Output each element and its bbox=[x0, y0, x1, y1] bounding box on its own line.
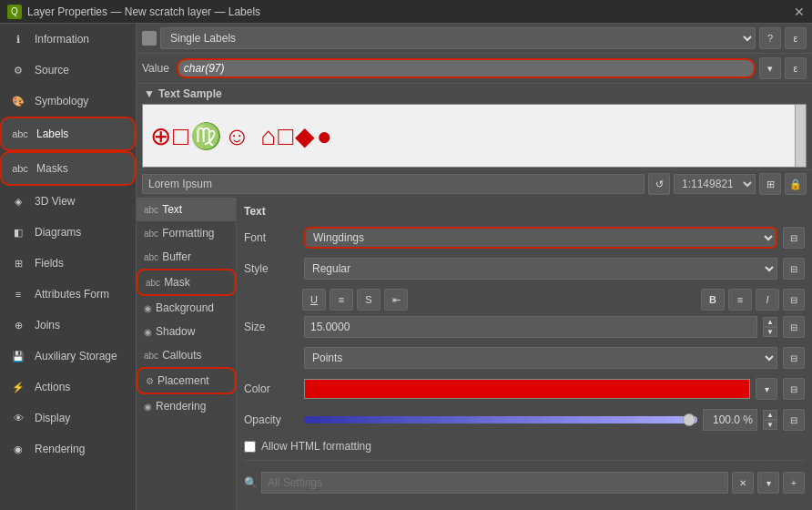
color-picker[interactable] bbox=[304, 379, 750, 399]
opacity-spinner[interactable]: ▲ ▼ bbox=[763, 410, 777, 430]
underline-btn[interactable]: U bbox=[302, 289, 326, 311]
sidebar-item-3dview[interactable]: ◈ 3D View bbox=[0, 186, 136, 217]
sub-menu-item-rendering[interactable]: ◉ Rendering bbox=[137, 394, 236, 418]
sidebar-label-fields: Fields bbox=[35, 257, 64, 270]
lorem-input[interactable] bbox=[142, 174, 645, 194]
opacity-thumb[interactable] bbox=[683, 413, 695, 426]
sidebar-item-actions[interactable]: ⚡ Actions bbox=[0, 372, 136, 403]
sidebar-label-display: Display bbox=[35, 412, 70, 424]
opacity-input[interactable] bbox=[703, 409, 757, 431]
sidebar-item-fields[interactable]: ⊞ Fields bbox=[0, 248, 136, 279]
unit-select[interactable]: Points Pixels Millimeters bbox=[304, 347, 777, 369]
color-override-btn[interactable]: ⊟ bbox=[783, 378, 805, 400]
sub-label-text: Text bbox=[162, 203, 182, 216]
search-clear-btn[interactable]: ✕ bbox=[732, 472, 754, 494]
sub-icon-shadow: ◉ bbox=[144, 327, 152, 337]
sidebar-label-rendering: Rendering bbox=[35, 443, 85, 455]
size-override-btn[interactable]: ⊟ bbox=[783, 316, 805, 338]
style-override-btn[interactable]: ⊟ bbox=[783, 258, 805, 280]
opacity-label: Opacity bbox=[244, 413, 299, 426]
sidebar-item-diagrams[interactable]: ◧ Diagrams bbox=[0, 217, 136, 248]
sidebar-label-diagrams: Diagrams bbox=[35, 226, 81, 239]
font-select[interactable]: Wingdings bbox=[304, 227, 777, 249]
sidebar-icon-rendering: ◉ bbox=[9, 440, 27, 458]
sidebar-label-3dview: 3D View bbox=[35, 195, 75, 208]
sub-menu-item-placement[interactable]: ⚙ Placement bbox=[137, 367, 236, 394]
sub-menu-item-text[interactable]: abc Text bbox=[137, 198, 236, 221]
text-override-btn[interactable]: ⊟ bbox=[783, 289, 805, 311]
preview-scrollbar[interactable] bbox=[795, 105, 806, 167]
search-input[interactable] bbox=[261, 472, 728, 494]
sidebar-label-masks: Masks bbox=[36, 162, 68, 175]
sidebar-item-auxiliary-storage[interactable]: 💾 Auxiliary Storage bbox=[0, 341, 136, 372]
size-input[interactable] bbox=[304, 316, 757, 338]
font-label: Font bbox=[244, 231, 299, 244]
sidebar-label-auxiliary-storage: Auxiliary Storage bbox=[35, 350, 117, 362]
window-title: Layer Properties — New scratch layer — L… bbox=[27, 5, 260, 18]
titlebar: Q Layer Properties — New scratch layer —… bbox=[0, 0, 812, 24]
align-btn[interactable]: ≡ bbox=[330, 289, 353, 311]
spin-up[interactable]: ▲ bbox=[763, 317, 777, 327]
scale-select[interactable]: 1:1149821 bbox=[674, 174, 756, 194]
sub-menu-item-formatting[interactable]: abc Formatting bbox=[137, 221, 236, 245]
label-mode-select[interactable]: Single Labels bbox=[160, 27, 756, 49]
opacity-override-btn[interactable]: ⊟ bbox=[783, 409, 805, 431]
sidebar-item-joins[interactable]: ⊕ Joins bbox=[0, 310, 136, 341]
close-button[interactable]: ✕ bbox=[794, 5, 805, 19]
sub-label-buffer: Buffer bbox=[162, 250, 191, 263]
view-btn[interactable]: ⊞ bbox=[759, 173, 781, 195]
sidebar-item-labels[interactable]: abc Labels bbox=[0, 117, 136, 151]
sidebar-icon-labels: abc bbox=[11, 125, 29, 143]
indent-btn[interactable]: ⇤ bbox=[384, 289, 408, 311]
sub-icon-placement: ⚙ bbox=[146, 376, 154, 386]
size-spinner[interactable]: ▲ ▼ bbox=[763, 317, 777, 337]
sidebar-item-display[interactable]: 👁 Display bbox=[0, 403, 136, 434]
font-override-btn[interactable]: ⊟ bbox=[783, 227, 805, 249]
value-dropdown-btn[interactable]: ▾ bbox=[759, 57, 781, 79]
refresh-btn[interactable]: ↺ bbox=[648, 173, 670, 195]
sub-icon-mask: abc bbox=[146, 278, 160, 288]
sidebar-icon-joins: ⊕ bbox=[9, 316, 27, 334]
value-input[interactable] bbox=[177, 58, 756, 78]
expression-btn[interactable]: ε bbox=[785, 57, 807, 79]
search-dropdown-btn[interactable]: ▾ bbox=[757, 472, 779, 494]
sub-label-shadow: Shadow bbox=[156, 325, 195, 338]
text-sample-title: Text Sample bbox=[158, 87, 222, 100]
style-select[interactable]: Regular Bold Italic bbox=[304, 258, 777, 280]
sidebar-label-symbology: Symbology bbox=[35, 95, 88, 107]
unit-row: Points Pixels Millimeters ⊟ bbox=[244, 347, 805, 369]
sidebar-icon-source: ⚙ bbox=[9, 61, 27, 79]
sub-menu-item-buffer[interactable]: abc Buffer bbox=[137, 245, 236, 269]
opacity-spin-up[interactable]: ▲ bbox=[763, 410, 777, 420]
sidebar-icon-diagrams: ◧ bbox=[9, 223, 27, 241]
font-row: Font Wingdings ⊟ bbox=[244, 227, 805, 249]
sidebar-item-source[interactable]: ⚙ Source bbox=[0, 55, 136, 86]
spin-down[interactable]: ▼ bbox=[763, 327, 777, 337]
bold-btn[interactable]: B bbox=[701, 289, 725, 311]
right-align-btn[interactable]: ≡ bbox=[728, 289, 752, 311]
strikethrough-btn[interactable]: S bbox=[357, 289, 381, 311]
section-title: Text bbox=[244, 205, 805, 218]
help-button[interactable]: ? bbox=[759, 27, 781, 49]
italic-btn[interactable]: I bbox=[756, 289, 779, 311]
sub-menu-item-shadow[interactable]: ◉ Shadow bbox=[137, 320, 236, 343]
search-add-btn[interactable]: + bbox=[783, 472, 805, 494]
html-checkbox[interactable] bbox=[244, 441, 256, 453]
sidebar-item-rendering[interactable]: ◉ Rendering bbox=[0, 434, 136, 464]
sub-menu-item-mask[interactable]: abc Mask bbox=[137, 269, 236, 296]
collapse-arrow[interactable]: ▼ bbox=[144, 87, 155, 100]
unit-override-btn[interactable]: ⊟ bbox=[783, 347, 805, 369]
sidebar-item-attributes-form[interactable]: ≡ Attributes Form bbox=[0, 279, 136, 310]
sidebar-icon-attributes-form: ≡ bbox=[9, 285, 27, 303]
sidebar-item-information[interactable]: ℹ Information bbox=[0, 24, 136, 55]
sub-menu-item-background[interactable]: ◉ Background bbox=[137, 296, 236, 320]
sub-label-mask: Mask bbox=[164, 276, 190, 289]
opacity-slider[interactable] bbox=[304, 416, 697, 423]
sidebar-item-masks[interactable]: abc Masks bbox=[0, 151, 136, 186]
sidebar-item-symbology[interactable]: 🎨 Symbology bbox=[0, 86, 136, 117]
lock-btn[interactable]: 🔒 bbox=[785, 173, 807, 195]
sub-menu-item-callouts[interactable]: abc Callouts bbox=[137, 343, 236, 367]
opacity-spin-down[interactable]: ▼ bbox=[763, 420, 777, 430]
color-dropdown-btn[interactable]: ▾ bbox=[756, 378, 777, 400]
epsilon-button[interactable]: ε bbox=[785, 27, 807, 49]
